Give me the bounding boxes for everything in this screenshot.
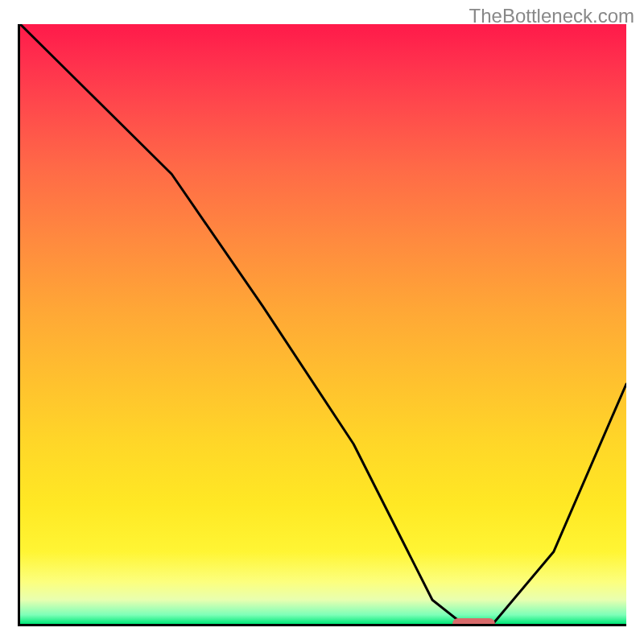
bottleneck-curve [20,24,626,624]
optimal-marker [452,618,495,626]
plot-area [18,24,626,626]
chart-container: TheBottleneck.com [0,0,644,644]
curve-path [20,24,626,624]
watermark-text: TheBottleneck.com [469,5,634,27]
